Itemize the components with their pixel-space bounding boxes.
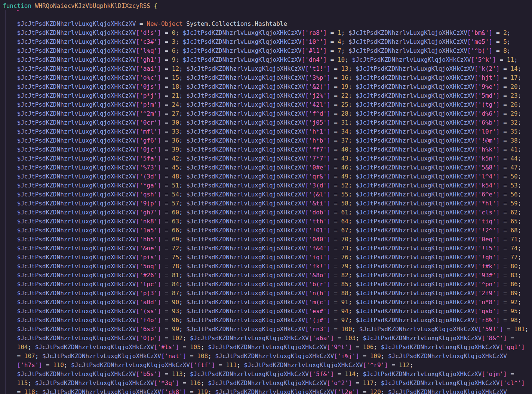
code-line (3, 10, 532, 19)
code-line: $JcJtPsdKZDNhzrlvLuxgKlqjoXHkCzXV['*ga']… (3, 181, 532, 190)
code-line: $JcJtPsdKZDNhzrlvLuxgKlqjoXHkCzXV['(ss']… (3, 307, 532, 316)
code-line: $JcJtPsdKZDNhzrlvLuxgKlqjoXHkCzXV['1a5']… (3, 226, 532, 235)
code-line: $JcJtPsdKZDNhzrlvLuxgKlqjoXHkCzXV['lpc']… (3, 280, 532, 289)
code-line: $JcJtPsdKZDNhzrlvLuxgKlqjoXHkCzXV['^2m']… (3, 109, 532, 118)
code-line: $JcJtPsdKZDNhzrlvLuxgKlqjoXHkCzXV['l%q']… (3, 46, 532, 55)
code-content: function WHRQoNaiecvKJzVbUqphkKlDIXzcyRS… (0, 0, 532, 394)
code-line: = 118; $JcJtPsdKZDNhzrlvLuxgKlqjoXHkCzXV… (3, 388, 532, 394)
code-line: $JcJtPsdKZDNhzrlvLuxgKlqjoXHkCzXV['(3d']… (3, 172, 532, 181)
code-line: $JcJtPsdKZDNhzrlvLuxgKlqjoXHkCzXV['c3#']… (3, 37, 532, 46)
code-line: $JcJtPsdKZDNhzrlvLuxgKlqjoXHkCzXV['#26']… (3, 271, 532, 280)
code-line: $JcJtPsdKZDNhzrlvLuxgKlqjoXHkCzXV['gf6']… (3, 136, 532, 145)
code-line: = 107; $JcJtPsdKZDNhzrlvLuxgKlqjoXHkCzXV… (3, 352, 532, 361)
code-line: $JcJtPsdKZDNhzrlvLuxgKlqjoXHkCzXV['gh1']… (3, 55, 532, 64)
code-line: $JcJtPsdKZDNhzrlvLuxgKlqjoXHkCzXV['5fa']… (3, 154, 532, 163)
code-line: $JcJtPsdKZDNhzrlvLuxgKlqjoXHkCzXV = New-… (3, 19, 532, 28)
code-line: $JcJtPsdKZDNhzrlvLuxgKlqjoXHkCzXV['p*j']… (3, 91, 532, 100)
code-line: $JcJtPsdKZDNhzrlvLuxgKlqjoXHkCzXV['a0d']… (3, 298, 532, 307)
code-line: $JcJtPsdKZDNhzrlvLuxgKlqjoXHkCzXV['5oq']… (3, 262, 532, 271)
code-line: $JcJtPsdKZDNhzrlvLuxgKlqjoXHkCzXV['d!s']… (3, 28, 532, 37)
code-line: 104; $JcJtPsdKZDNhzrlvLuxgKlqjoXHkCzXV['… (3, 343, 532, 352)
code-line: $JcJtPsdKZDNhzrlvLuxgKlqjoXHkCzXV['aai']… (3, 64, 532, 73)
code-line: 115; $JcJtPsdKZDNhzrlvLuxgKlqjoXHkCzXV['… (3, 379, 532, 388)
code-line: $JcJtPsdKZDNhzrlvLuxgKlqjoXHkCzXV['hb5']… (3, 235, 532, 244)
code-line: ['h7s'] = 110; $JcJtPsdKZDNhzrlvLuxgKlqj… (3, 361, 532, 370)
code-line: $JcJtPsdKZDNhzrlvLuxgKlqjoXHkCzXV['9(p']… (3, 199, 532, 208)
code-line: $JcJtPsdKZDNhzrlvLuxgKlqjoXHkCzXV['o%c']… (3, 73, 532, 82)
code-line: $JcJtPsdKZDNhzrlvLuxgKlqjoXHkCzXV['gh7']… (3, 208, 532, 217)
code-line: $JcJtPsdKZDNhzrlvLuxgKlqjoXHkCzXV['0cr']… (3, 118, 532, 127)
code-line: function WHRQoNaiecvKJzVbUqphkKlDIXzcyRS… (3, 1, 532, 10)
code-line: $JcJtPsdKZDNhzrlvLuxgKlqjoXHkCzXV['nk8']… (3, 217, 532, 226)
code-line: $JcJtPsdKZDNhzrlvLuxgKlqjoXHkCzXV['0js']… (3, 82, 532, 91)
code-line: $JcJtPsdKZDNhzrlvLuxgKlqjoXHkCzXV['0jc']… (3, 145, 532, 154)
code-line: $JcJtPsdKZDNhzrlvLuxgKlqjoXHkCzXV['f4o']… (3, 316, 532, 325)
code-line: $JcJtPsdKZDNhzrlvLuxgKlqjoXHkCzXV['0(p']… (3, 334, 532, 343)
code-line: $JcJtPsdKZDNhzrlvLuxgKlqjoXHkCzXV['&ne']… (3, 244, 532, 253)
code-line: $JcJtPsdKZDNhzrlvLuxgKlqjoXHkCzXV['p(3']… (3, 289, 532, 298)
code-line: $JcJtPsdKZDNhzrlvLuxgKlqjoXHkCzXV['pis']… (3, 253, 532, 262)
code-line: $JcJtPsdKZDNhzrlvLuxgKlqjoXHkCzXV['qsh']… (3, 190, 532, 199)
code-line: $JcJtPsdKZDNhzrlvLuxgKlqjoXHkCzXV['%73']… (3, 163, 532, 172)
code-line: $JcJtPsdKZDNhzrlvLuxgKlqjoXHkCzXV['mfl']… (3, 127, 532, 136)
code-line: $JcJtPsdKZDNhzrlvLuxgKlqjoXHkCzXV['b5s']… (3, 370, 532, 379)
code-editor[interactable]: function WHRQoNaiecvKJzVbUqphkKlDIXzcyRS… (0, 0, 532, 394)
code-line: $JcJtPsdKZDNhzrlvLuxgKlqjoXHkCzXV['6s3']… (3, 325, 532, 334)
code-line: $JcJtPsdKZDNhzrlvLuxgKlqjoXHkCzXV['p!m']… (3, 100, 532, 109)
